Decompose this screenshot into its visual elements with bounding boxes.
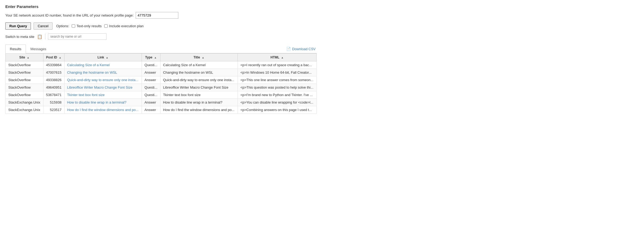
switch-meta-icon[interactable]: 📋 (37, 34, 42, 39)
divider (45, 34, 45, 40)
cell-html: <p>In Windows 10 Home 64-bit, Fall Creat… (238, 69, 316, 76)
tab-results[interactable]: Results (5, 45, 26, 53)
cell-link: Calculating Size of a Kernel (64, 61, 142, 69)
link-anchor[interactable]: How do I find the window dimensions and … (67, 108, 139, 112)
switch-meta-label: Switch to meta site (5, 35, 34, 39)
col-html[interactable]: HTML ▲ (238, 54, 316, 61)
cell-link: How to disable line wrap in a terminal? (64, 99, 142, 106)
cell-site: StackOverflow (6, 76, 43, 84)
cell-site: StackExchange.Unix (6, 99, 43, 106)
text-only-checkbox[interactable] (72, 24, 75, 28)
section-title: Enter Parameters (5, 4, 317, 9)
cell-html: <p>I recently ran out of space creating … (238, 61, 316, 69)
table-row: StackOverflow53678471Tkinter text box fo… (6, 91, 317, 99)
cell-link: Quick-and-dirty way to ensure only one i… (64, 76, 142, 84)
cell-post-id: 49338826 (43, 76, 64, 84)
cell-title: Quick-and-dirty way to ensure only one i… (160, 76, 238, 84)
execution-plan-checkbox[interactable] (104, 24, 108, 28)
cell-type: Answer (142, 106, 160, 114)
cell-title: Tkinter text box font size (160, 91, 238, 99)
col-site[interactable]: Site ▲ (6, 54, 43, 61)
execution-plan-option[interactable]: Include execution plan (104, 24, 143, 28)
cell-title: Changing the hostname on WSL (160, 69, 238, 76)
cell-title: Calculating Size of a Kernel (160, 61, 238, 69)
cell-type: Questi... (142, 91, 160, 99)
cell-type: Answer (142, 69, 160, 76)
link-anchor[interactable]: How to disable line wrap in a terminal? (67, 100, 127, 104)
tab-messages[interactable]: Messages (26, 45, 51, 53)
link-anchor[interactable]: Quick-and-dirty way to ensure only one i… (67, 78, 138, 82)
cell-type: Answer (142, 76, 160, 84)
col-post-id[interactable]: Post ID ▲ (43, 54, 64, 61)
text-only-option[interactable]: Text-only results (72, 24, 102, 28)
cell-link: Libreoffice Writer Macro Change Font Siz… (64, 84, 142, 91)
cell-html: <p>Combining answers on this page I used… (238, 106, 316, 114)
table-row: StackOverflow45339864Calculating Size of… (6, 61, 317, 69)
sort-arrow-html: ▲ (281, 56, 284, 59)
cell-title: Libreoffice Writer Macro Change Font Siz… (160, 84, 238, 91)
results-table: Site ▲ Post ID ▲ Link ▲ Type ▲ Title ▲ (5, 53, 317, 114)
cell-site: StackOverflow (6, 91, 43, 99)
cell-post-id: 49640951 (43, 84, 64, 91)
download-csv-label: Download CSV (292, 47, 316, 51)
cell-link: Tkinter text box font size (64, 91, 142, 99)
table-row: StackOverflow49640951Libreoffice Writer … (6, 84, 317, 91)
cell-title: How to disable line wrap in a terminal? (160, 99, 238, 106)
cell-type: Questi... (142, 84, 160, 91)
site-row: Switch to meta site 📋 (5, 33, 317, 40)
col-link[interactable]: Link ▲ (64, 54, 142, 61)
table-row: StackExchange.Unix523517How do I find th… (6, 106, 317, 114)
cell-post-id: 47007615 (43, 69, 64, 76)
cell-site: StackOverflow (6, 84, 43, 91)
param-row: Your SE network account ID number, found… (5, 12, 317, 19)
cell-post-id: 45339864 (43, 61, 64, 69)
cell-type: Answer (142, 99, 160, 106)
link-anchor[interactable]: Changing the hostname on WSL (67, 70, 117, 74)
cell-post-id: 515938 (43, 99, 64, 106)
run-query-button[interactable]: Run Query (5, 22, 31, 30)
table-row: StackExchange.Unix515938How to disable l… (6, 99, 317, 106)
col-type[interactable]: Type ▲ (142, 54, 160, 61)
csv-icon: 📄 (286, 47, 291, 51)
options-label: Options: (56, 24, 69, 28)
table-row: StackOverflow49338826Quick-and-dirty way… (6, 76, 317, 84)
download-csv-button[interactable]: 📄 Download CSV (286, 47, 317, 51)
sort-arrow-site: ▲ (27, 56, 29, 59)
cell-title: How do I find the window dimensions and … (160, 106, 238, 114)
text-only-label: Text-only results (77, 24, 102, 28)
cell-site: StackOverflow (6, 69, 43, 76)
search-input[interactable] (48, 33, 107, 40)
cell-html: <p>You can disable line wrapping for <co… (238, 99, 316, 106)
link-anchor[interactable]: Calculating Size of a Kernel (67, 63, 110, 67)
sort-arrow-title: ▲ (202, 56, 204, 59)
link-anchor[interactable]: Libreoffice Writer Macro Change Font Siz… (67, 85, 132, 89)
cell-link: Changing the hostname on WSL (64, 69, 142, 76)
param-label: Your SE network account ID number, found… (5, 13, 134, 17)
cell-site: StackExchange.Unix (6, 106, 43, 114)
action-row: Run Query Cancel Options: Text-only resu… (5, 22, 317, 30)
execution-plan-label: Include execution plan (109, 24, 143, 28)
sort-arrow-type: ▲ (154, 56, 157, 59)
table-row: StackOverflow47007615Changing the hostna… (6, 69, 317, 76)
cancel-button[interactable]: Cancel (34, 22, 52, 30)
cell-site: StackOverflow (6, 61, 43, 69)
cell-html: <p>This one line answer comes from someo… (238, 76, 316, 84)
param-input[interactable] (136, 12, 178, 19)
sort-arrow-link: ▲ (106, 56, 108, 59)
tabs-left: Results Messages (5, 45, 51, 53)
cell-type: Questi... (142, 61, 160, 69)
cell-post-id: 523517 (43, 106, 64, 114)
sort-arrow-post-id: ▲ (59, 56, 61, 59)
cell-html: <p>This question was posted to help solv… (238, 84, 316, 91)
link-anchor[interactable]: Tkinter text box font size (67, 93, 105, 97)
cell-post-id: 53678471 (43, 91, 64, 99)
col-title[interactable]: Title ▲ (160, 54, 238, 61)
tabs-row: Results Messages 📄 Download CSV (5, 45, 317, 53)
cell-html: <p>I'm brand new to Python and Tkinter. … (238, 91, 316, 99)
cell-link: How do I find the window dimensions and … (64, 106, 142, 114)
